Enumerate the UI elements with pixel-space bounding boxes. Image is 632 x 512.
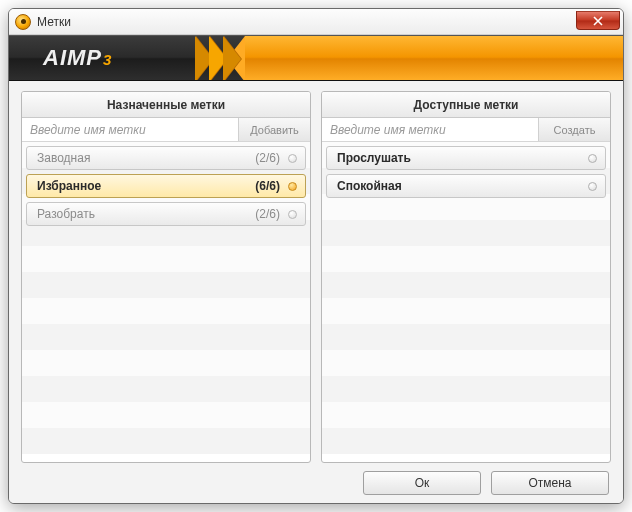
tag-label: Прослушать xyxy=(337,151,588,165)
close-button[interactable] xyxy=(576,11,620,30)
tag-row[interactable]: Прослушать xyxy=(326,146,606,170)
assigned-tag-input[interactable] xyxy=(22,118,238,141)
close-icon xyxy=(593,16,603,26)
tag-row[interactable]: Заводная (2/6) xyxy=(26,146,306,170)
add-button[interactable]: Добавить xyxy=(238,118,310,141)
radio-icon xyxy=(288,182,297,191)
tag-label: Избранное xyxy=(37,179,255,193)
cancel-button[interactable]: Отмена xyxy=(491,471,609,495)
tag-count: (2/6) xyxy=(255,207,280,221)
brand-banner: AIMP3 xyxy=(9,35,623,81)
titlebar: Метки xyxy=(9,9,623,35)
tag-row[interactable]: Спокойная xyxy=(326,174,606,198)
radio-icon xyxy=(588,182,597,191)
tags-dialog: Метки AIMP3 Назначенные метки Добавить xyxy=(8,8,624,504)
tag-label: Разобрать xyxy=(37,207,255,221)
tag-count: (2/6) xyxy=(255,151,280,165)
available-tags-list: Прослушать Спокойная xyxy=(322,142,610,462)
tag-row[interactable]: Разобрать (2/6) xyxy=(26,202,306,226)
radio-icon xyxy=(288,210,297,219)
tag-label: Спокойная xyxy=(337,179,588,193)
brand-logo: AIMP3 xyxy=(43,45,112,71)
app-icon xyxy=(15,14,31,30)
radio-icon xyxy=(288,154,297,163)
window-title: Метки xyxy=(37,15,71,29)
ok-button[interactable]: Ок xyxy=(363,471,481,495)
available-tags-header: Доступные метки xyxy=(322,92,610,118)
content-area: Назначенные метки Добавить Заводная (2/6… xyxy=(9,81,623,503)
available-tag-input[interactable] xyxy=(322,118,538,141)
assigned-tags-list: Заводная (2/6) Избранное (6/6) Разобрать… xyxy=(22,142,310,462)
tag-row[interactable]: Избранное (6/6) xyxy=(26,174,306,198)
dialog-footer: Ок Отмена xyxy=(21,471,611,495)
radio-icon xyxy=(588,154,597,163)
create-button[interactable]: Создать xyxy=(538,118,610,141)
chevron-icon xyxy=(199,36,241,80)
assigned-tags-panel: Назначенные метки Добавить Заводная (2/6… xyxy=(21,91,311,463)
available-tags-panel: Доступные метки Создать Прослушать xyxy=(321,91,611,463)
tag-label: Заводная xyxy=(37,151,255,165)
assigned-tags-header: Назначенные метки xyxy=(22,92,310,118)
tag-count: (6/6) xyxy=(255,179,280,193)
